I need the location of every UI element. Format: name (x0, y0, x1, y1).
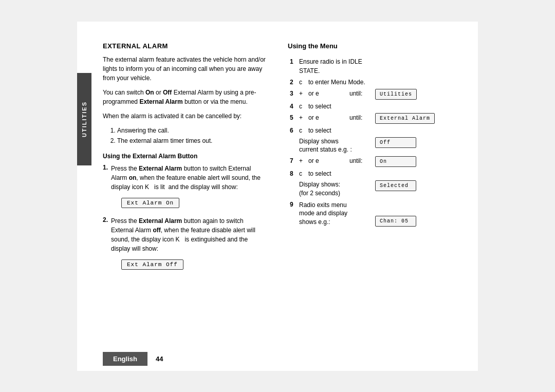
step-until-5: until: (347, 112, 373, 125)
display-selected: Selected (375, 180, 416, 191)
step-action-2: to enter Menu Mode. (306, 77, 373, 88)
cancel-item-2: The external alarm timer times out. (117, 136, 267, 145)
step-action-9: Radio exits menumode and displayshows e.… (297, 199, 373, 228)
display-on: On (375, 156, 416, 167)
step-display-5: External Alarm (373, 112, 462, 125)
bold-off: Off (163, 89, 172, 96)
step-action-6d: Display showscurrent status e.g. : (297, 136, 373, 156)
table-row: 7 + or e until: On (288, 155, 462, 168)
table-row: Display shows:(for 2 seconds) Selected (288, 179, 462, 199)
bold-external-alarm: External Alarm (139, 98, 182, 105)
step1-bold-ea: External Alarm (139, 165, 182, 172)
step-action-6: to select (306, 125, 373, 136)
table-row: 6 c to select (288, 125, 462, 136)
display-external-alarm: External Alarm (375, 113, 435, 124)
table-row: 1 Ensure radio is in IDLE STATE. (288, 56, 462, 77)
step-action-8: to select (306, 168, 373, 179)
display-box-2-wrapper: Ext Alarm Off (111, 256, 267, 273)
step-num-8: 8 (288, 168, 297, 179)
step-sym-7: + (297, 155, 306, 168)
step2-bold-ea: External Alarm (139, 217, 182, 225)
step-num-3: 3 (288, 88, 297, 101)
step-action-4: to select (306, 101, 373, 112)
step-num-9: 9 (288, 199, 297, 228)
button-step-2: 2. Press the External Alarm button again… (103, 216, 267, 253)
step-sym-6: c (297, 125, 306, 136)
step-display-7: On (373, 155, 462, 168)
display-chan05: Chan: 05 (375, 216, 416, 227)
step-action-8d: Display shows:(for 2 seconds) (297, 179, 373, 199)
step-action-1: Ensure radio is in IDLE STATE. (297, 56, 373, 77)
step2-text: Press the External Alarm button again to… (111, 216, 267, 253)
table-row: 2 c to enter Menu Mode. (288, 77, 462, 88)
step-num-6: 6 (288, 125, 297, 136)
button-steps: 1. Press the External Alarm button to sw… (103, 164, 267, 273)
page: UTILITIES EXTERNAL ALARM The external al… (77, 22, 478, 371)
cancel-item-1: Answering the call. (117, 126, 267, 135)
table-row: 5 + or e until: External Alarm (288, 112, 462, 125)
right-section-title: Using the Menu (288, 42, 462, 50)
intro-para1: The external alarm feature activates the… (103, 55, 267, 83)
step-num-8d (288, 179, 297, 199)
steps-table: 1 Ensure radio is in IDLE STATE. 2 c to … (288, 56, 462, 228)
footer: English 44 (77, 347, 478, 371)
button-section-title: Using the External Alarm Button (103, 153, 267, 160)
step-num-5: 5 (288, 112, 297, 125)
left-section-title: EXTERNAL ALARM (103, 42, 267, 50)
display-off: Off (375, 137, 416, 148)
step-num-1: 1 (288, 56, 297, 77)
step-until-7: until: (347, 155, 373, 168)
step-num-7: 7 (288, 155, 297, 168)
content-area: EXTERNAL ALARM The external alarm featur… (77, 22, 478, 347)
step-action-3: or e (306, 88, 347, 101)
step-display-8d: Selected (373, 179, 462, 199)
step-display-3: Utilities (373, 88, 462, 101)
step-action-7: or e (306, 155, 347, 168)
step-display-2 (373, 77, 462, 88)
step-action-5: or e (306, 112, 347, 125)
step-num-4: 4 (288, 101, 297, 112)
step2-num: 2. (103, 216, 111, 253)
step1-text: Press the External Alarm button to switc… (111, 164, 267, 192)
intro-para2: You can switch On or Off External Alarm … (103, 88, 267, 106)
table-row: Display showscurrent status e.g. : Off (288, 136, 462, 156)
step-sym-3: + (297, 88, 306, 101)
step-sym-5: + (297, 112, 306, 125)
button-step-1: 1. Press the External Alarm button to sw… (103, 164, 267, 192)
step1-bold-on: on (129, 174, 137, 181)
table-row: 9 Radio exits menumode and displayshows … (288, 199, 462, 228)
step-display-8 (373, 168, 462, 179)
step-until-3: until: (347, 88, 373, 101)
bold-on: On (145, 89, 154, 96)
page-wrapper: UTILITIES EXTERNAL ALARM The external al… (0, 0, 555, 392)
step-sym-2: c (297, 77, 306, 88)
display-box-2: Ext Alarm Off (121, 259, 183, 270)
step-num-6d (288, 136, 297, 156)
table-row: 8 c to select (288, 168, 462, 179)
step-display-1 (373, 56, 462, 77)
table-row: 3 + or e until: Utilities (288, 88, 462, 101)
display-utilities: Utilities (375, 89, 417, 100)
left-column: EXTERNAL ALARM The external alarm featur… (103, 42, 278, 337)
step2-bold-off: off (153, 227, 160, 234)
step-display-6d: Off (373, 136, 462, 156)
footer-lang-badge: English (103, 352, 147, 366)
step-sym-4: c (297, 101, 306, 112)
display-box-1-wrapper: Ext Alarm On (111, 195, 267, 211)
side-tab: UTILITIES (77, 73, 91, 165)
step-num-2: 2 (288, 77, 297, 88)
right-column: Using the Menu 1 Ensure radio is in IDLE… (278, 42, 462, 337)
footer-page-num: 44 (156, 355, 163, 363)
side-tab-label: UTILITIES (81, 101, 87, 137)
step-display-4 (373, 101, 462, 112)
step-display-9: Chan: 05 (373, 199, 462, 228)
cancel-intro: When the alarm is activated it can be ca… (103, 111, 267, 121)
step-display-6 (373, 125, 462, 136)
display-box-1: Ext Alarm On (121, 198, 179, 208)
table-row: 4 c to select (288, 101, 462, 112)
step-sym-8: c (297, 168, 306, 179)
step1-num: 1. (103, 164, 111, 192)
